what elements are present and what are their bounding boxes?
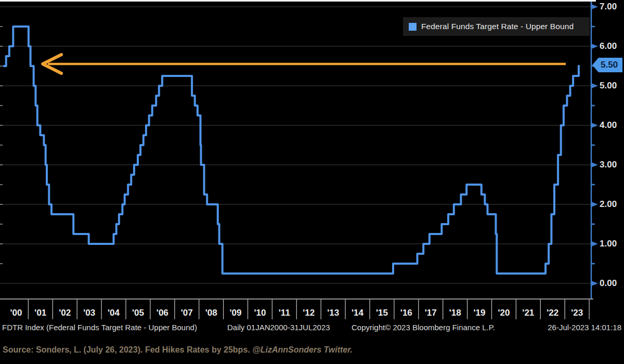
x-axis-year-label: '08 (205, 308, 217, 318)
x-axis-year-label: '04 (108, 308, 120, 318)
chart-canvas[interactable]: 0.001.002.003.004.005.006.007.005.50'00'… (0, 0, 624, 364)
y-axis-major-tick-icon (591, 4, 598, 9)
x-axis-year-label: '17 (425, 308, 437, 318)
x-axis-year-label: '05 (132, 308, 144, 318)
y-axis-major-tick-icon (591, 123, 598, 128)
x-axis-year-label: '07 (181, 308, 193, 318)
x-axis-year-label: '16 (400, 308, 412, 318)
footer-copyright: Copyright© 2023 Bloomberg Finance L.P. (352, 323, 495, 332)
y-axis-tick-label: 4.00 (600, 120, 617, 130)
y-axis-major-tick-icon (591, 83, 598, 88)
source-note: Source: Sonders, L. (July 26, 2023). Fed… (3, 345, 353, 355)
x-axis-year-label: '11 (279, 308, 290, 318)
x-axis-year-label: '20 (498, 308, 510, 318)
y-axis-tick-label: 6.00 (600, 41, 617, 51)
x-axis-year-label: '02 (59, 308, 71, 318)
y-axis-tick-label: 3.00 (600, 160, 617, 170)
footer-periodicity: Daily 01JAN2000-31JUL2023 (227, 323, 330, 332)
y-axis-tick-label: 5.00 (600, 81, 617, 90)
y-axis-tick-label: 1.00 (600, 239, 617, 249)
y-axis-tick-label: 7.00 (600, 2, 617, 11)
x-axis-year-label: '09 (230, 308, 242, 318)
source-note-handle: @LizAnnSonders Twitter. (252, 345, 353, 354)
y-axis-major-tick-icon (591, 202, 598, 207)
x-axis-year-label: '18 (449, 308, 461, 318)
y-axis-minor-tick (591, 145, 595, 146)
x-axis-year-label: '03 (83, 308, 95, 318)
y-axis-minor-tick (591, 105, 595, 107)
y-axis-tick-label: 0.00 (600, 278, 617, 288)
legend-label: Federal Funds Target Rate - Upper Bound (421, 22, 574, 31)
x-axis-year-label: '14 (352, 308, 363, 318)
x-axis-year-label: '15 (376, 308, 388, 318)
y-axis-major-tick-icon (591, 281, 598, 286)
y-axis-minor-tick (591, 224, 595, 225)
bloomberg-chart-window: 0.001.002.003.004.005.006.007.005.50'00'… (0, 0, 624, 364)
y-axis-minor-tick (591, 184, 595, 186)
x-axis-year-label: '12 (303, 308, 315, 318)
y-axis-minor-tick (591, 263, 595, 265)
x-axis-year-label: '10 (254, 308, 266, 318)
footer-instrument: FDTR Index (Federal Funds Target Rate - … (2, 323, 197, 332)
x-axis-year-label: '13 (327, 308, 339, 318)
source-note-title: Fed Hikes Rates by 25bps. (145, 345, 250, 354)
footer-timestamp: 26-Jul-2023 14:01:18 (548, 323, 621, 332)
y-axis-tick-label: 2.00 (600, 199, 617, 209)
chart-footer: FDTR Index (Federal Funds Target Rate - … (0, 323, 624, 333)
current-value-tag-label: 5.50 (601, 60, 618, 70)
source-note-prefix: Source: Sonders, L. (July 26, 2023). (3, 345, 145, 354)
x-axis-year-label: '06 (157, 308, 168, 318)
x-axis-year-label: '21 (522, 308, 534, 318)
legend[interactable]: Federal Funds Target Rate - Upper Bound (403, 17, 590, 36)
x-axis-year-label: '01 (34, 308, 46, 318)
x-axis-year-label: '00 (10, 308, 22, 318)
y-axis-major-tick-icon (591, 44, 598, 49)
y-axis-major-tick-icon (591, 162, 598, 167)
x-axis-year-label: '22 (547, 308, 558, 318)
x-axis-year-label: '19 (474, 308, 486, 318)
legend-swatch-icon (409, 23, 417, 31)
y-axis-major-tick-icon (591, 241, 598, 246)
y-axis-minor-tick (591, 26, 595, 28)
window-top-border (0, 0, 596, 2)
x-axis-year-label: '23 (571, 308, 583, 318)
